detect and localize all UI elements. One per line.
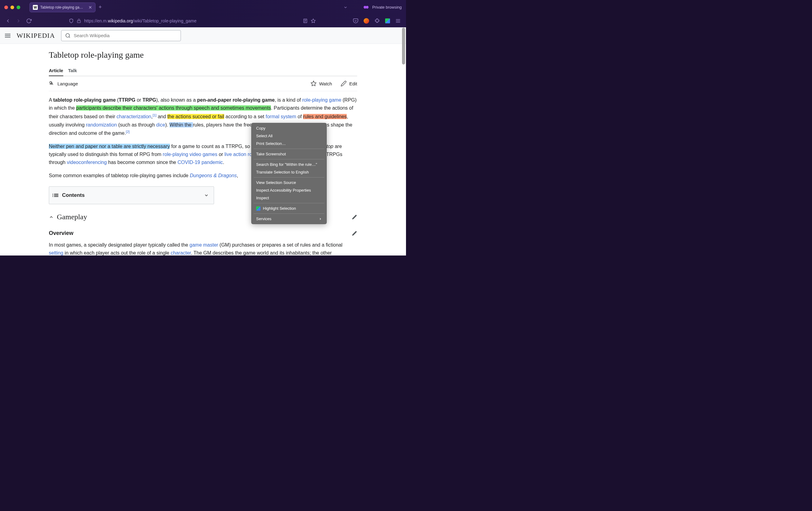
cm-translate[interactable]: Translate Selection to English [251, 168, 327, 176]
browser-navbar: https://en.m.wikipedia.org/wiki/Tabletop… [0, 15, 406, 27]
cm-inspect[interactable]: Inspect [251, 194, 327, 202]
cm-separator [254, 177, 324, 177]
search-box[interactable] [61, 30, 181, 41]
private-browsing-icon [364, 6, 369, 9]
highlight-blue: Neither pen and paper nor a table are st… [49, 144, 170, 149]
cm-separator [254, 214, 324, 214]
scrollbar-thumb[interactable] [402, 28, 405, 64]
svg-rect-0 [78, 21, 81, 22]
language-icon [49, 81, 55, 87]
edit-subsection-icon[interactable] [352, 231, 357, 236]
cm-separator [254, 149, 324, 149]
link-character[interactable]: character [171, 250, 191, 256]
tab-favicon-icon: W [33, 5, 38, 10]
page-tabs: Article Talk [49, 65, 357, 76]
page-title: Tabletop role-playing game [49, 50, 357, 60]
url-text: https://en.m.wikipedia.org/wiki/Tabletop… [84, 19, 300, 23]
back-button[interactable] [4, 17, 12, 25]
cm-separator [254, 203, 324, 203]
link-formal-system[interactable]: formal system [266, 114, 296, 119]
window-controls [4, 5, 20, 9]
star-icon [311, 81, 317, 87]
wikipedia-logo[interactable]: WIKIPEDIA [17, 32, 55, 39]
overview-paragraph: In most games, a specially designated pl… [49, 241, 357, 256]
close-tab-icon[interactable]: ✕ [88, 5, 92, 10]
link-covid[interactable]: COVID-19 pandemic [177, 160, 223, 165]
search-input[interactable] [74, 33, 177, 38]
minimize-window-button[interactable] [10, 5, 14, 9]
text-selection: Within the [170, 122, 191, 127]
forward-button[interactable] [15, 17, 22, 25]
cm-screenshot[interactable]: Take Screenshot [251, 150, 327, 158]
svg-point-9 [66, 33, 69, 37]
edit-section-icon[interactable] [352, 214, 357, 220]
link-dice[interactable]: dice [156, 122, 165, 127]
link-videoconferencing[interactable]: videoconferencing [67, 160, 107, 165]
browser-tab[interactable]: W Tabletop role-playing game - W ✕ [29, 2, 95, 12]
table-of-contents: Contents [49, 187, 214, 204]
highlight-green: participants describe their characters' … [76, 105, 271, 111]
url-bar[interactable]: https://en.m.wikipedia.org/wiki/Tabletop… [66, 19, 318, 23]
link-video-games[interactable]: role-playing video games [163, 152, 218, 157]
close-window-button[interactable] [4, 5, 8, 9]
menu-hamburger-icon[interactable] [5, 34, 10, 37]
chevron-right-icon [319, 218, 322, 221]
tab-title: Tabletop role-playing game - W [40, 5, 86, 9]
subsection-overview: Overview [49, 229, 357, 238]
extensions-icon[interactable] [373, 17, 381, 25]
cm-highlight[interactable]: Highlight Selection [251, 204, 327, 212]
chevron-down-icon [204, 193, 209, 198]
reload-button[interactable] [25, 17, 33, 25]
link-dnd[interactable]: Dungeons & Dragons [190, 173, 237, 178]
new-tab-button[interactable]: + [98, 4, 102, 10]
highlight-icon [256, 206, 260, 211]
cm-inspect-a11y[interactable]: Inspect Accessibility Properties [251, 187, 327, 194]
link-randomization[interactable]: randomization [86, 122, 117, 127]
pencil-icon [341, 81, 347, 87]
cm-services[interactable]: Services [251, 215, 327, 223]
shield-icon[interactable] [69, 19, 74, 23]
ref-2[interactable]: [2] [126, 130, 129, 134]
language-button[interactable]: Language [49, 81, 78, 87]
link-game-master[interactable]: game master [190, 242, 218, 248]
reader-mode-icon[interactable] [303, 19, 308, 23]
page-actions: Language Watch Edit [49, 76, 357, 91]
cm-separator [254, 159, 324, 160]
svg-marker-5 [311, 19, 315, 23]
svg-marker-11 [311, 81, 316, 86]
wiki-header: WIKIPEDIA [0, 27, 406, 44]
svg-line-10 [69, 36, 70, 37]
tab-talk[interactable]: Talk [68, 65, 77, 76]
toc-toggle[interactable]: Contents [49, 187, 214, 204]
cm-select-all[interactable]: Select All [251, 132, 327, 140]
pocket-icon[interactable] [352, 17, 359, 25]
bookmark-star-icon[interactable] [311, 19, 316, 23]
watch-button[interactable]: Watch [311, 81, 332, 87]
app-menu-icon[interactable] [394, 17, 402, 25]
maximize-window-button[interactable] [17, 5, 20, 9]
highlight-red: rules and guidelines [303, 114, 347, 119]
chevron-up-icon [49, 215, 54, 220]
search-icon [65, 33, 70, 38]
cm-view-source[interactable]: View Selection Source [251, 179, 327, 187]
page-viewport: WIKIPEDIA Tabletop role-playing game Art… [0, 27, 406, 256]
cm-search[interactable]: Search Bing for "Within the rule…" [251, 161, 327, 168]
tab-article[interactable]: Article [49, 65, 63, 76]
link-rpg[interactable]: role-playing game [302, 97, 341, 103]
edit-button[interactable]: Edit [341, 81, 357, 87]
browser-titlebar: W Tabletop role-playing game - W ✕ + Pri… [0, 0, 406, 15]
link-characterization[interactable]: characterization [117, 114, 151, 119]
tabs-overview-icon[interactable] [343, 5, 348, 9]
ref-1[interactable]: [1] [153, 113, 156, 117]
context-menu: Copy Select All Print Selection… Take Sc… [251, 123, 327, 224]
cm-copy[interactable]: Copy [251, 124, 327, 132]
link-setting[interactable]: setting [49, 250, 63, 256]
lock-icon[interactable] [77, 19, 81, 23]
toc-icon [54, 194, 58, 197]
account-avatar[interactable] [364, 18, 369, 24]
highlight-yellow: the actions succeed or fail [167, 114, 224, 119]
private-browsing-label: Private browsing [372, 5, 402, 9]
highlighter-extension-icon[interactable] [385, 19, 390, 23]
cm-print[interactable]: Print Selection… [251, 140, 327, 147]
